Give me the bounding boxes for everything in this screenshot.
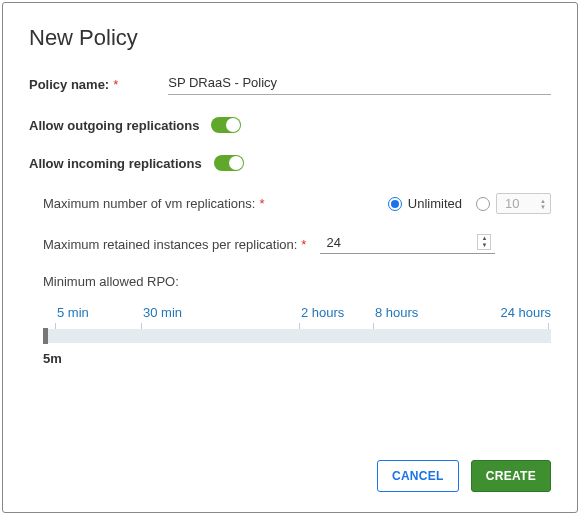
- outgoing-label: Allow outgoing replications: [29, 118, 199, 133]
- max-vm-row: Maximum number of vm replications:* Unli…: [43, 193, 551, 214]
- custom-count-value: 10: [505, 196, 519, 211]
- max-instances-value: 24: [326, 235, 340, 250]
- rpo-label: Minimum allowed RPO:: [43, 274, 551, 289]
- max-instances-row: Maximum retained instances per replicati…: [43, 234, 551, 254]
- incoming-label: Allow incoming replications: [29, 156, 202, 171]
- radio-unlimited-label: Unlimited: [408, 196, 462, 211]
- spinner-icon: ▲▼: [540, 198, 546, 210]
- policy-name-label: Policy name:*: [29, 77, 118, 92]
- policy-name-input[interactable]: [168, 73, 551, 95]
- rpo-tick: 2 hours: [301, 305, 344, 320]
- max-instances-label: Maximum retained instances per replicati…: [43, 237, 306, 252]
- replication-settings: Maximum number of vm replications:* Unli…: [43, 193, 551, 366]
- custom-count-box: 10 ▲▼: [496, 193, 551, 214]
- rpo-ticks: 5 min 30 min 2 hours 8 hours 24 hours: [43, 305, 551, 323]
- rpo-current: 5m: [43, 351, 551, 366]
- outgoing-toggle-row: Allow outgoing replications: [29, 117, 551, 133]
- radio-unlimited[interactable]: Unlimited: [388, 196, 462, 211]
- rpo-tick: 8 hours: [375, 305, 418, 320]
- radio-custom[interactable]: 10 ▲▼: [476, 193, 551, 214]
- rpo-section: Minimum allowed RPO: 5 min 30 min 2 hour…: [43, 274, 551, 366]
- rpo-slider-track[interactable]: [43, 329, 551, 343]
- radio-icon: [388, 197, 402, 211]
- cancel-button[interactable]: Cancel: [377, 460, 459, 492]
- dialog-title: New Policy: [29, 25, 551, 51]
- new-policy-dialog: New Policy Policy name:* Allow outgoing …: [2, 2, 578, 513]
- footer-buttons: Cancel Create: [377, 460, 551, 492]
- outgoing-toggle[interactable]: [211, 117, 241, 133]
- spinner-icon[interactable]: ▲▼: [477, 234, 491, 250]
- rpo-slider-handle[interactable]: [43, 328, 48, 344]
- rpo-tick: 24 hours: [500, 305, 551, 320]
- max-vm-label: Maximum number of vm replications:*: [43, 196, 264, 211]
- radio-icon: [476, 197, 490, 211]
- incoming-toggle[interactable]: [214, 155, 244, 171]
- max-vm-radio-group: Unlimited 10 ▲▼: [388, 193, 551, 214]
- rpo-tick: 30 min: [143, 305, 182, 320]
- rpo-tick: 5 min: [57, 305, 89, 320]
- max-instances-field[interactable]: 24 ▲▼: [320, 234, 495, 254]
- policy-name-row: Policy name:*: [29, 73, 551, 95]
- create-button[interactable]: Create: [471, 460, 551, 492]
- incoming-toggle-row: Allow incoming replications: [29, 155, 551, 171]
